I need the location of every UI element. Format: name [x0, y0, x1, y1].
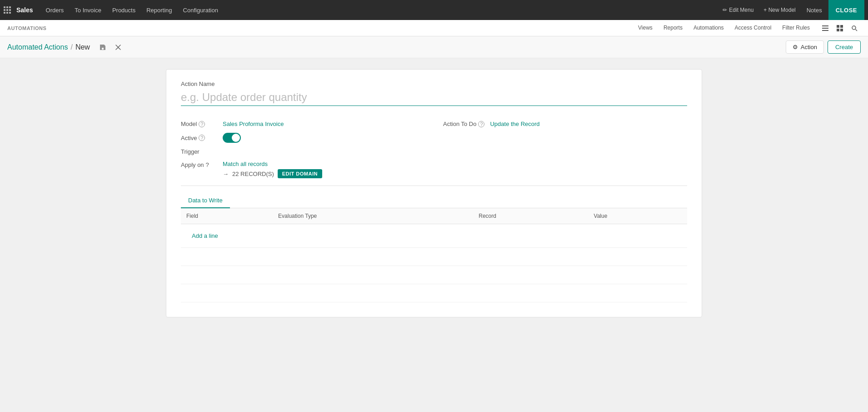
- data-table: Field Evaluation Type Record Value Add a…: [181, 208, 687, 302]
- search-icon[interactable]: [848, 22, 861, 35]
- secondary-nav: AUTOMATIONS Views Reports Automations Ac…: [0, 20, 868, 36]
- active-toggle[interactable]: [223, 133, 241, 143]
- section-divider: [181, 186, 687, 186]
- brand-name[interactable]: Sales: [16, 6, 33, 14]
- automations-label: AUTOMATIONS: [7, 25, 633, 31]
- svg-rect-14: [837, 29, 839, 31]
- svg-rect-0: [4, 6, 5, 8]
- nav-link-access-control[interactable]: Access Control: [729, 20, 777, 36]
- arrow-icon: →: [223, 171, 229, 177]
- apply-on-help-icon[interactable]: ?: [206, 161, 209, 168]
- trigger-row: Trigger: [181, 148, 687, 155]
- trigger-label: Trigger: [181, 148, 217, 155]
- svg-rect-4: [6, 9, 8, 11]
- svg-rect-12: [837, 25, 839, 28]
- top-nav: Sales Orders To Invoice Products Reporti…: [0, 0, 868, 20]
- col-evaluation-type: Evaluation Type: [273, 208, 473, 224]
- action-to-do-value[interactable]: Update the Record: [490, 121, 539, 127]
- apps-grid-icon[interactable]: [4, 6, 11, 14]
- match-all-link[interactable]: Match all records: [223, 161, 322, 167]
- nav-link-views[interactable]: Views: [633, 20, 658, 36]
- active-label: Active ?: [181, 135, 217, 141]
- edit-menu-button[interactable]: ✏ Edit Menu: [718, 5, 758, 15]
- svg-rect-15: [840, 29, 843, 31]
- breadcrumb-current: New: [75, 43, 90, 51]
- action-name-input[interactable]: [181, 89, 687, 106]
- svg-rect-9: [822, 25, 828, 26]
- model-action-row: Model ? Sales Proforma Invoice Action To…: [181, 121, 687, 127]
- breadcrumb-parent-link[interactable]: Automated Actions: [7, 43, 68, 51]
- tab-bar: Data to Write: [181, 193, 687, 208]
- edit-domain-button[interactable]: EDIT DOMAIN: [278, 169, 322, 178]
- action-to-do-help-icon[interactable]: ?: [478, 121, 484, 127]
- action-to-do-field: Action To Do ? Update the Record: [443, 121, 687, 127]
- action-to-do-label: Action To Do ?: [443, 121, 484, 127]
- empty-row-1: [181, 248, 687, 266]
- notes-button[interactable]: Notes: [801, 0, 828, 20]
- svg-rect-13: [840, 25, 843, 28]
- breadcrumb-separator: /: [70, 43, 72, 51]
- col-field: Field: [181, 208, 273, 224]
- svg-rect-5: [9, 9, 11, 11]
- main-content: Action Name Model ? Sales Proforma Invoi…: [0, 58, 868, 412]
- svg-rect-6: [4, 12, 5, 14]
- add-line-link[interactable]: Add a line: [186, 229, 224, 243]
- discard-icon[interactable]: [112, 41, 125, 54]
- apply-on-label: Apply on ?: [181, 161, 217, 168]
- svg-rect-8: [9, 12, 11, 14]
- list-view-icon[interactable]: [819, 22, 832, 35]
- col-value: Value: [589, 208, 687, 224]
- model-help-icon[interactable]: ?: [199, 121, 205, 127]
- add-line-row: Add a line: [181, 224, 687, 248]
- svg-rect-1: [6, 6, 8, 8]
- apply-on-row: Apply on ? Match all records → 22 RECORD…: [181, 161, 687, 178]
- records-row: → 22 RECORD(S) EDIT DOMAIN: [223, 169, 322, 178]
- empty-row-3: [181, 284, 687, 302]
- nav-orders[interactable]: Orders: [40, 0, 70, 20]
- apply-on-content: Match all records → 22 RECORD(S) EDIT DO…: [223, 161, 322, 178]
- active-field: Active ?: [181, 133, 687, 143]
- gear-icon: ⚙: [793, 44, 798, 50]
- action-name-label: Action Name: [181, 80, 687, 87]
- nav-to-invoice[interactable]: To Invoice: [69, 0, 107, 20]
- tab-data-to-write[interactable]: Data to Write: [181, 193, 230, 208]
- model-label: Model ?: [181, 121, 217, 127]
- svg-rect-3: [4, 9, 5, 11]
- records-count: 22 RECORD(S): [232, 171, 274, 177]
- active-row: Active ?: [181, 133, 687, 143]
- breadcrumb: Automated Actions / New: [7, 41, 786, 54]
- svg-point-16: [852, 26, 856, 30]
- grid-view-icon[interactable]: [833, 22, 846, 35]
- svg-rect-10: [822, 28, 828, 29]
- nav-products[interactable]: Products: [107, 0, 141, 20]
- nav-link-automations[interactable]: Automations: [688, 20, 729, 36]
- create-button[interactable]: Create: [828, 40, 861, 54]
- save-manually-icon[interactable]: [96, 41, 109, 54]
- pencil-icon: ✏: [723, 7, 727, 13]
- svg-rect-11: [822, 30, 828, 31]
- close-button[interactable]: CLOSE: [828, 0, 864, 20]
- form-card: Action Name Model ? Sales Proforma Invoi…: [166, 69, 702, 317]
- svg-rect-7: [6, 12, 8, 14]
- model-field: Model ? Sales Proforma Invoice: [181, 121, 425, 127]
- col-record: Record: [473, 208, 588, 224]
- model-value[interactable]: Sales Proforma Invoice: [223, 121, 284, 127]
- empty-row-2: [181, 266, 687, 284]
- action-name-field: Action Name: [181, 80, 687, 113]
- nav-configuration[interactable]: Configuration: [178, 0, 224, 20]
- nav-link-reports[interactable]: Reports: [658, 20, 688, 36]
- active-help-icon[interactable]: ?: [199, 135, 205, 141]
- new-model-button[interactable]: + New Model: [759, 5, 800, 15]
- toolbar-right: ⚙ Action Create: [786, 40, 861, 54]
- svg-rect-2: [9, 6, 11, 8]
- action-button[interactable]: ⚙ Action: [786, 40, 824, 54]
- breadcrumb-bar: Automated Actions / New ⚙ Action Create: [0, 36, 868, 58]
- svg-line-17: [856, 29, 858, 31]
- nav-link-filter-rules[interactable]: Filter Rules: [777, 20, 815, 36]
- nav-reporting[interactable]: Reporting: [141, 0, 177, 20]
